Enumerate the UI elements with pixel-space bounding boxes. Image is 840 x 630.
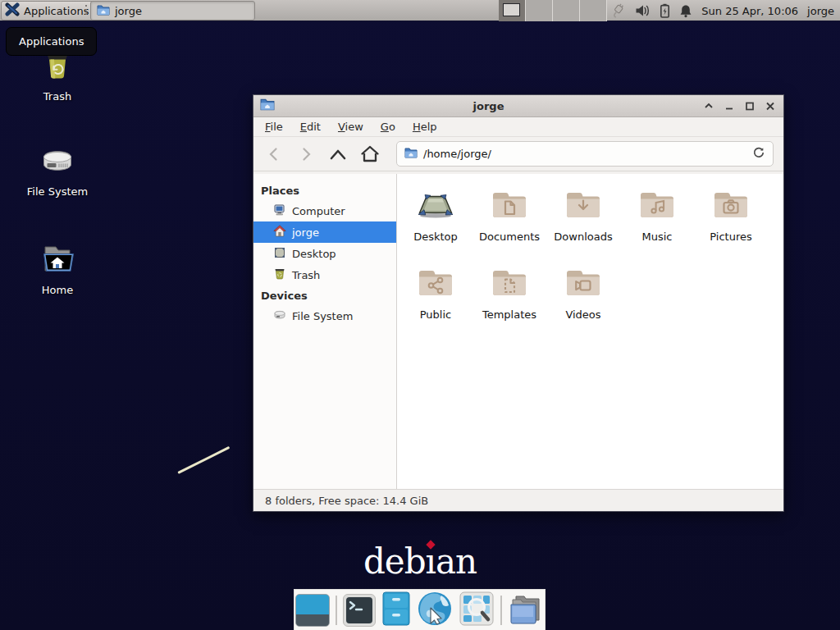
directory-menu-icon[interactable]: [508, 591, 544, 629]
maximize-button[interactable]: [743, 99, 756, 112]
bottom-dock: [294, 589, 546, 630]
sidebar-item-trash-label: Trash: [292, 269, 320, 281]
desktop-line-artifact: [177, 446, 230, 474]
folder-item-templates-label: Templates: [482, 308, 536, 321]
menu-file[interactable]: File: [265, 121, 283, 133]
address-path: /home/jorge/: [423, 148, 491, 160]
folder-item-public[interactable]: Public: [399, 262, 472, 340]
dock-separator: [336, 596, 337, 625]
app-finder-icon[interactable]: [459, 591, 495, 630]
debian-logo-i: ı: [426, 541, 436, 582]
sidebar-item-computer-label: Computer: [292, 205, 345, 217]
reload-icon[interactable]: [752, 146, 765, 162]
downloads-folder-icon: [564, 185, 603, 227]
home-button[interactable]: [359, 144, 381, 165]
menu-help[interactable]: Help: [413, 121, 437, 133]
folder-item-videos[interactable]: Videos: [546, 262, 620, 340]
menu-view[interactable]: View: [338, 121, 363, 133]
statusbar: 8 folders, Free space: 14.4 GiB: [253, 489, 783, 511]
desktop-icon-home[interactable]: Home: [18, 240, 97, 296]
home-folder-icon: [38, 240, 77, 281]
templates-folder-icon: [490, 263, 529, 305]
address-bar[interactable]: /home/jorge/: [396, 141, 774, 167]
panel-clock[interactable]: Sun 25 Apr, 10:06: [701, 5, 798, 17]
battery-icon[interactable]: [660, 3, 670, 18]
panel-username[interactable]: jorge: [807, 5, 834, 17]
folder-item-downloads-label: Downloads: [554, 231, 612, 243]
folder-item-templates[interactable]: Templates: [472, 262, 546, 340]
workspace-3[interactable]: [553, 0, 580, 21]
folder-view[interactable]: Desktop Documents: [397, 174, 783, 489]
debian-logo-text-post: an: [436, 541, 477, 582]
home-icon: [273, 225, 286, 240]
music-folder-icon: [637, 185, 677, 227]
sidebar-item-trash[interactable]: Trash: [253, 264, 396, 285]
terminal-icon[interactable]: [343, 594, 376, 627]
sidebar-item-home-label: jorge: [292, 226, 319, 239]
folder-item-music-label: Music: [642, 231, 673, 243]
folder-item-videos-label: Videos: [565, 308, 600, 321]
back-button[interactable]: [263, 144, 285, 165]
sidebar-item-computer[interactable]: Computer: [253, 200, 396, 221]
file-manager-icon[interactable]: [381, 591, 411, 629]
window-folder-icon: [260, 98, 275, 114]
sidebar-item-desktop[interactable]: Desktop: [253, 243, 396, 264]
workspace-1[interactable]: [499, 0, 526, 21]
window-title: jorge: [275, 100, 702, 112]
sidebar-item-filesystem[interactable]: File System: [253, 305, 396, 326]
shade-button[interactable]: [702, 99, 715, 112]
up-button[interactable]: [327, 144, 349, 165]
menu-edit[interactable]: Edit: [300, 121, 321, 133]
minimize-button[interactable]: [723, 99, 736, 112]
desktop-icon-filesystem[interactable]: File System: [18, 141, 97, 198]
folder-item-documents[interactable]: Documents: [472, 184, 546, 262]
sidebar: Places Computer: [253, 174, 397, 489]
workspace-2[interactable]: [526, 0, 553, 21]
show-desktop-icon[interactable]: [295, 594, 330, 627]
desktop-screen: Applications jorge: [0, 0, 840, 630]
sidebar-places-header: Places: [253, 180, 396, 200]
desktop-icon-filesystem-label: File System: [27, 185, 88, 198]
window-controls: [702, 99, 777, 112]
taskbar-window-label: jorge: [115, 5, 142, 17]
folder-item-pictures[interactable]: Pictures: [694, 184, 768, 262]
sidebar-devices-header: Devices: [253, 285, 396, 305]
debian-logo-text-pre: deb: [363, 541, 426, 582]
videos-folder-icon: [564, 263, 603, 305]
workspace-4[interactable]: [580, 0, 607, 21]
window-titlebar[interactable]: jorge: [253, 95, 783, 117]
folder-item-desktop-label: Desktop: [413, 231, 458, 243]
taskbar-window-button[interactable]: jorge: [90, 1, 255, 21]
computer-icon: [273, 203, 286, 219]
desktop-place-icon: [273, 246, 286, 262]
taskbar-folder-icon: [97, 4, 110, 18]
applications-menu-button[interactable]: Applications: [1, 1, 96, 21]
web-browser-icon[interactable]: [417, 591, 453, 630]
folder-item-desktop[interactable]: Desktop: [399, 184, 472, 262]
close-button[interactable]: [764, 99, 777, 112]
menubar: File Edit View Go Help: [253, 117, 783, 137]
desktop-icon-home-label: Home: [42, 284, 73, 296]
removable-device-icon[interactable]: [608, 2, 626, 19]
hard-drive-icon: [38, 141, 77, 183]
forward-button[interactable]: [295, 144, 317, 165]
notification-bell-icon[interactable]: [679, 4, 692, 18]
folder-item-documents-label: Documents: [479, 231, 540, 243]
panel-separator-grip[interactable]: [85, 5, 87, 16]
sidebar-item-home[interactable]: jorge: [253, 221, 396, 243]
menu-go[interactable]: Go: [381, 121, 395, 133]
folder-item-downloads[interactable]: Downloads: [546, 184, 620, 262]
volume-icon[interactable]: [635, 4, 651, 17]
toolbar: /home/jorge/: [253, 137, 783, 171]
public-folder-icon: [416, 263, 455, 305]
folder-item-public-label: Public: [420, 308, 451, 321]
folder-item-music[interactable]: Music: [620, 184, 694, 262]
folder-grid: Desktop Documents: [397, 174, 783, 340]
system-tray: Sun 25 Apr, 10:06 jorge: [608, 0, 840, 21]
applications-menu-label: Applications: [24, 5, 89, 17]
file-manager-window: jorge File Edit View Go Help: [253, 94, 784, 512]
documents-folder-icon: [490, 185, 529, 227]
workspace-switcher: [499, 0, 607, 21]
applications-tooltip: Applications: [6, 27, 97, 56]
workspace-window-thumbnail: [503, 3, 520, 16]
